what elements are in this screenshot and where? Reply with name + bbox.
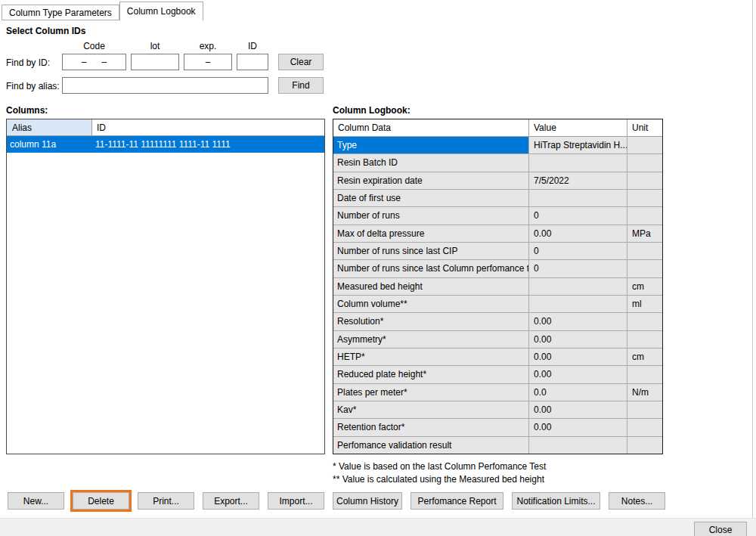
value-header-cell[interactable]: Value xyxy=(529,119,627,136)
logbook-row[interactable]: Number of runs0 xyxy=(333,207,662,225)
logbook-cell-unit xyxy=(627,243,662,259)
logbook-cell-value: 0 xyxy=(529,207,627,224)
column-alias-cell: column 11a xyxy=(7,136,92,153)
logbook-cell-unit: ml xyxy=(627,296,662,312)
logbook-cell-name: Resolution* xyxy=(333,313,529,330)
logbook-header-row: Column Data Value Unit xyxy=(333,119,662,137)
logbook-row[interactable]: Resin expiration date7/5/2022 xyxy=(333,172,662,190)
logbook-row[interactable]: Reduced plate height*0.00 xyxy=(333,366,662,383)
logbook-row[interactable]: Kav*0.00 xyxy=(333,401,662,419)
logbook-cell-value xyxy=(529,278,627,295)
logbook-cell-unit xyxy=(627,366,662,383)
logbook-cell-value: 0 xyxy=(529,260,627,277)
logbook-cell-name: Perfomance validation result xyxy=(333,437,529,454)
logbook-cell-value: 0.00 xyxy=(529,419,627,435)
tab-column-type-parameters[interactable]: Column Type Parameters xyxy=(2,5,119,20)
logbook-cell-value xyxy=(529,437,627,454)
logbook-row[interactable]: Number of runs since last Column perfoma… xyxy=(333,260,662,277)
window-right-edge xyxy=(752,0,753,518)
id-field[interactable] xyxy=(237,54,268,70)
columns-heading: Columns: xyxy=(6,105,48,116)
export-button[interactable]: Export... xyxy=(203,492,259,510)
column-history-button[interactable]: Column History xyxy=(333,492,402,510)
logbook-row[interactable]: Retention factor*0.00 xyxy=(333,419,662,436)
logbook-row[interactable]: Perfomance validation result xyxy=(333,437,662,454)
logbook-cell-name: Type xyxy=(333,137,529,153)
logbook-row[interactable]: Plates per meter*0.0N/m xyxy=(333,384,662,401)
logbook-row[interactable]: Resolution*0.00 xyxy=(333,313,662,330)
logbook-cell-name: Number of runs since last Column perfoma… xyxy=(333,260,529,277)
logbook-cell-name: Asymmetry* xyxy=(333,331,529,348)
logbook-cell-unit: MPa xyxy=(627,225,662,242)
find-by-id-label: Find by ID: xyxy=(6,57,50,68)
logbook-cell-value: 7/5/2022 xyxy=(529,172,627,189)
performance-report-button[interactable]: Perfomance Report xyxy=(411,492,503,510)
logbook-table-body: TypeHiTrap Streptavidin H...Resin Batch … xyxy=(333,137,662,454)
logbook-cell-value xyxy=(529,296,627,312)
notification-limits-button[interactable]: Notification Limits... xyxy=(512,492,600,510)
actions-bar: New...DeletePrint...Export...Import...Co… xyxy=(8,492,674,510)
new-button[interactable]: New... xyxy=(8,492,64,510)
column-id-cell: 11-1111-11 11111111 1111-11 1111 xyxy=(92,136,324,153)
id-header-cell[interactable]: ID xyxy=(92,119,324,135)
logbook-cell-unit xyxy=(627,190,662,206)
logbook-cell-unit xyxy=(627,154,662,171)
logbook-cell-unit: cm xyxy=(627,349,662,365)
logbook-cell-name: Resin Batch ID xyxy=(333,154,529,171)
delete-button[interactable]: Delete xyxy=(73,492,129,510)
footnote-performance-test: * Value is based on the last Column Perf… xyxy=(333,461,546,472)
logbook-row[interactable]: HETP*0.00cm xyxy=(333,349,662,366)
lot-column-label: lot xyxy=(131,41,179,51)
logbook-cell-unit xyxy=(627,331,662,348)
select-column-ids-heading: Select Column IDs xyxy=(6,26,85,36)
logbook-row[interactable]: Measured bed heightcm xyxy=(333,278,662,296)
logbook-cell-name: Date of first use xyxy=(333,190,529,206)
unit-header-cell[interactable]: Unit xyxy=(627,119,662,136)
exp-column-label: exp. xyxy=(184,41,232,51)
find-by-alias-input[interactable] xyxy=(62,77,268,94)
alias-header-cell[interactable]: Alias xyxy=(7,119,92,135)
logbook-cell-unit xyxy=(627,137,662,153)
logbook-cell-name: Max of delta pressure xyxy=(333,225,529,242)
column-handling-dialog: Column Type Parameters Column Logbook Se… xyxy=(0,0,756,536)
logbook-cell-value: 0.00 xyxy=(529,349,627,365)
logbook-cell-value xyxy=(529,154,627,171)
clear-button[interactable]: Clear xyxy=(278,54,324,70)
import-button[interactable]: Import... xyxy=(268,492,324,510)
print-button[interactable]: Print... xyxy=(138,492,194,510)
logbook-cell-value: 0.0 xyxy=(529,384,627,401)
exp-field[interactable] xyxy=(184,54,232,70)
logbook-cell-name: HETP* xyxy=(333,349,529,365)
logbook-cell-value: 0.00 xyxy=(529,366,627,383)
logbook-cell-value: HiTrap Streptavidin H... xyxy=(529,137,627,153)
columns-list-row[interactable]: column 11a 11-1111-11 11111111 1111-11 1… xyxy=(7,136,324,153)
columns-list-header: Alias ID xyxy=(7,119,324,136)
logbook-cell-unit xyxy=(627,437,662,454)
logbook-cell-unit xyxy=(627,260,662,277)
close-button[interactable]: Close xyxy=(694,522,747,536)
columns-list: Alias ID column 11a 11-1111-11 11111111 … xyxy=(6,119,325,454)
logbook-row[interactable]: Max of delta pressure0.00MPa xyxy=(333,225,662,243)
tab-column-logbook[interactable]: Column Logbook xyxy=(119,2,203,20)
logbook-cell-unit xyxy=(627,313,662,330)
footnote-measured-bed-height: ** Value is calculated using the Measure… xyxy=(333,474,544,485)
logbook-row[interactable]: Column volume**ml xyxy=(333,296,662,313)
column-data-header-cell[interactable]: Column Data xyxy=(333,119,529,136)
logbook-row[interactable]: Date of first use xyxy=(333,190,662,207)
logbook-cell-name: Number of runs since last CIP xyxy=(333,243,529,259)
logbook-row[interactable]: TypeHiTrap Streptavidin H... xyxy=(333,137,662,154)
lot-field[interactable] xyxy=(131,54,179,70)
logbook-cell-name: Column volume** xyxy=(333,296,529,312)
logbook-cell-name: Reduced plate height* xyxy=(333,366,529,383)
logbook-row[interactable]: Number of runs since last CIP0 xyxy=(333,243,662,260)
notes-button[interactable]: Notes... xyxy=(609,492,665,510)
logbook-cell-unit xyxy=(627,172,662,189)
find-button[interactable]: Find xyxy=(278,77,324,94)
logbook-cell-name: Kav* xyxy=(333,401,529,418)
code-field[interactable] xyxy=(62,54,126,70)
logbook-row[interactable]: Resin Batch ID xyxy=(333,154,662,172)
logbook-cell-value: 0 xyxy=(529,243,627,259)
logbook-cell-unit: N/m xyxy=(627,384,662,401)
logbook-row[interactable]: Asymmetry*0.00 xyxy=(333,331,662,349)
tab-strip: Column Type Parameters Column Logbook xyxy=(2,2,203,20)
